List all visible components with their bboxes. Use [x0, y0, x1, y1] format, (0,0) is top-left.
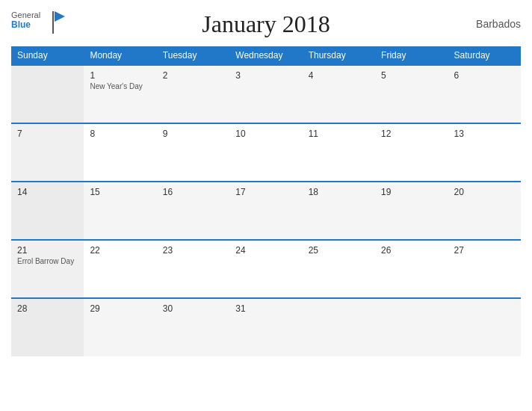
calendar-cell: 17: [229, 182, 302, 240]
calendar-cell: 5: [375, 65, 448, 123]
calendar-cell: 13: [448, 123, 521, 182]
day-number: 29: [90, 303, 150, 314]
calendar-cell: 3: [229, 65, 302, 123]
calendar-cell: 21Errol Barrow Day: [11, 240, 84, 298]
calendar-cell: 18: [303, 182, 375, 240]
calendar-header-row: Sunday Monday Tuesday Wednesday Thursday…: [11, 46, 521, 65]
day-number: 18: [309, 187, 369, 197]
calendar-cell: 27: [448, 240, 521, 298]
calendar-cell: 15: [84, 182, 156, 240]
calendar-cell: 20: [448, 182, 521, 240]
header: General Blue January 2018 Barbados: [11, 7, 521, 40]
day-number: 25: [309, 245, 369, 256]
calendar-cell: [448, 298, 521, 356]
day-number: 20: [454, 187, 515, 197]
holiday-name: New Year's Day: [90, 82, 150, 90]
calendar-cell: 10: [229, 123, 302, 182]
calendar-cell: 9: [157, 123, 229, 182]
calendar-week-row: 78910111213: [11, 123, 521, 182]
col-sunday: Sunday: [11, 46, 84, 65]
calendar-cell: 26: [375, 240, 448, 298]
calendar-cell: 31: [229, 298, 302, 356]
calendar-container: General Blue January 2018 Barbados Sunda…: [0, 0, 532, 411]
calendar-cell: 2: [157, 65, 229, 123]
calendar-cell: 29: [84, 298, 156, 356]
day-number: 22: [90, 245, 150, 256]
day-number: 9: [163, 129, 223, 139]
calendar-cell: 14: [11, 182, 84, 240]
day-number: 2: [163, 70, 223, 81]
calendar-week-row: 1New Year's Day23456: [11, 65, 521, 123]
day-number: 27: [454, 245, 515, 256]
svg-text:Blue: Blue: [11, 19, 31, 30]
day-number: 17: [235, 187, 296, 197]
col-friday: Friday: [375, 46, 448, 65]
day-number: 28: [17, 303, 78, 314]
day-number: 10: [235, 129, 296, 139]
calendar-cell: 24: [229, 240, 302, 298]
calendar-cell: [375, 298, 448, 356]
calendar-cell: [303, 298, 375, 356]
calendar-cell: 28: [11, 298, 84, 356]
day-number: 12: [381, 129, 442, 139]
calendar-cell: 6: [448, 65, 521, 123]
col-tuesday: Tuesday: [157, 46, 229, 65]
logo: General Blue: [11, 7, 71, 40]
calendar-table: Sunday Monday Tuesday Wednesday Thursday…: [11, 46, 521, 356]
svg-text:General: General: [11, 10, 40, 19]
calendar-cell: [11, 65, 84, 123]
calendar-cell: 7: [11, 123, 84, 182]
generalblue-logo: General Blue: [11, 7, 71, 37]
day-number: 1: [90, 70, 150, 81]
day-number: 23: [163, 245, 223, 256]
calendar-cell: 16: [157, 182, 229, 240]
calendar-cell: 23: [157, 240, 229, 298]
calendar-cell: 30: [157, 298, 229, 356]
calendar-cell: 11: [303, 123, 375, 182]
day-number: 3: [235, 70, 296, 81]
holiday-name: Errol Barrow Day: [17, 257, 78, 265]
svg-marker-2: [55, 11, 65, 22]
calendar-cell: 12: [375, 123, 448, 182]
calendar-week-row: 21Errol Barrow Day222324252627: [11, 240, 521, 298]
month-title: January 2018: [71, 10, 461, 38]
calendar-cell: 1New Year's Day: [84, 65, 156, 123]
calendar-cell: 4: [303, 65, 375, 123]
country-label: Barbados: [461, 18, 521, 30]
day-number: 30: [163, 303, 223, 314]
calendar-week-row: 14151617181920: [11, 182, 521, 240]
day-number: 8: [90, 129, 150, 139]
day-number: 19: [381, 187, 442, 197]
day-number: 11: [309, 129, 369, 139]
calendar-cell: 22: [84, 240, 156, 298]
calendar-cell: 25: [303, 240, 375, 298]
col-thursday: Thursday: [303, 46, 375, 65]
day-number: 14: [17, 187, 78, 197]
day-number: 5: [381, 70, 442, 81]
day-number: 16: [163, 187, 223, 197]
svg-rect-3: [52, 11, 54, 34]
calendar-cell: 19: [375, 182, 448, 240]
day-number: 24: [235, 245, 296, 256]
col-monday: Monday: [84, 46, 156, 65]
day-number: 21: [17, 245, 78, 256]
day-number: 15: [90, 187, 150, 197]
calendar-week-row: 28293031: [11, 298, 521, 356]
day-number: 7: [17, 129, 78, 139]
col-saturday: Saturday: [448, 46, 521, 65]
day-number: 6: [454, 70, 515, 81]
calendar-cell: 8: [84, 123, 156, 182]
col-wednesday: Wednesday: [229, 46, 302, 65]
day-number: 31: [235, 303, 296, 314]
day-number: 13: [454, 129, 515, 139]
day-number: 26: [381, 245, 442, 256]
day-number: 4: [309, 70, 369, 81]
